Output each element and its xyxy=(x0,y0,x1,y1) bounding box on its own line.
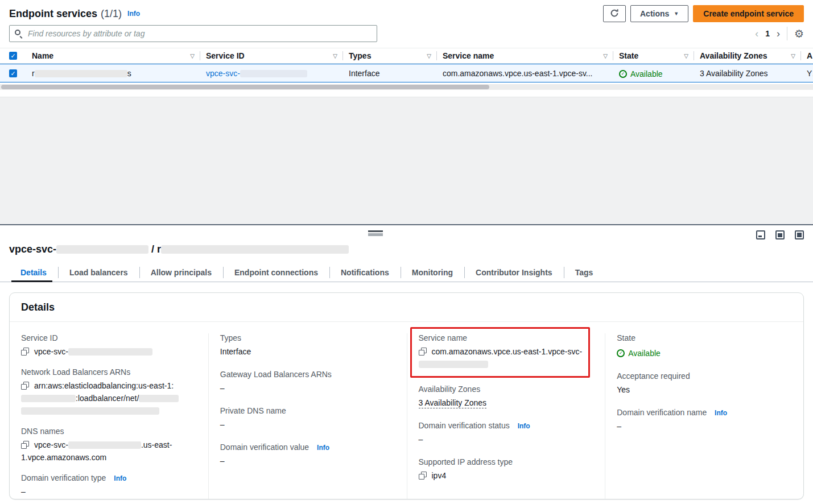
redacted-text xyxy=(56,245,148,254)
service-id-link[interactable]: vpce-svc- xyxy=(206,69,307,78)
cell-types: Interface xyxy=(343,69,437,78)
cell-service-id: vpce-svc- xyxy=(200,69,343,78)
table-header-row: ✓ Name ▽ Service ID ▽ Types ▽ Service na… xyxy=(0,48,813,64)
row-select-cell: ✓ xyxy=(0,69,26,77)
field-domain-verification-status: Domain verification status Info – xyxy=(419,421,594,445)
cell-availability-zones: 3 Availability Zones xyxy=(694,69,801,78)
table-row[interactable]: ✓ rs vpce-svc- Interface com.amazonaws.v… xyxy=(0,64,813,82)
create-endpoint-service-button[interactable]: Create endpoint service xyxy=(693,5,804,22)
cell-acceptance: Y xyxy=(801,69,813,78)
panel-size-half-icon[interactable] xyxy=(775,230,785,239)
column-header-service-id: Service ID ▽ xyxy=(200,48,343,63)
copy-icon[interactable] xyxy=(419,472,427,480)
actions-button[interactable]: Actions ▼ xyxy=(630,5,688,22)
column-header-name: Name ▽ xyxy=(26,48,200,63)
redacted-text xyxy=(139,395,179,402)
horizontal-scrollbar xyxy=(0,84,813,90)
tab-endpoint-connections[interactable]: Endpoint connections xyxy=(223,263,329,282)
tab-load-balancers[interactable]: Load balancers xyxy=(58,263,139,282)
gear-icon[interactable]: ⚙ xyxy=(794,28,804,39)
redacted-text xyxy=(240,70,307,77)
select-all-checkbox[interactable]: ✓ xyxy=(9,52,17,60)
filter-icon[interactable]: ▽ xyxy=(603,53,608,59)
copy-icon[interactable] xyxy=(419,348,427,356)
scrollbar-thumb[interactable] xyxy=(1,85,489,89)
page-info-link[interactable]: Info xyxy=(127,10,140,18)
details-column-1: Service ID vpce-svc- Network Load Balanc… xyxy=(10,333,208,499)
column-header-types: Types ▽ xyxy=(343,48,437,63)
availability-zones-popover[interactable]: 3 Availability Zones xyxy=(419,398,487,408)
tab-notifications[interactable]: Notifications xyxy=(329,263,401,282)
info-link[interactable]: Info xyxy=(715,409,727,417)
column-header-service-name: Service name ▽ xyxy=(437,48,613,63)
copy-icon[interactable] xyxy=(21,348,29,356)
column-header-availability-zones: Availability Zones ▽ xyxy=(694,48,801,63)
field-service-name: Service name com.amazonaws.vpce.us-east-… xyxy=(419,333,584,370)
field-dns-names: DNS names vpce-svc-.us-east- 1.vpce.amaz… xyxy=(21,427,197,464)
redacted-text xyxy=(21,407,159,415)
panel-size-small-icon[interactable] xyxy=(756,230,765,239)
chevron-left-icon[interactable]: ‹ xyxy=(755,28,758,39)
panel-title: vpce-svc- / r xyxy=(9,243,349,255)
field-private-dns-name: Private DNS name – xyxy=(220,406,395,431)
details-card: Details Service ID vpce-svc- Network Loa… xyxy=(9,292,804,499)
redacted-text xyxy=(419,361,488,368)
search-input[interactable] xyxy=(9,25,377,42)
redacted-text xyxy=(35,70,127,77)
details-card-body: Service ID vpce-svc- Network Load Balanc… xyxy=(10,322,803,498)
redacted-text xyxy=(68,441,141,449)
panel-size-controls xyxy=(756,230,804,239)
info-link[interactable]: Info xyxy=(114,474,126,482)
tab-details[interactable]: Details xyxy=(9,263,58,282)
filter-icon[interactable]: ▽ xyxy=(791,53,795,59)
info-link[interactable]: Info xyxy=(317,444,329,452)
panel-size-full-icon[interactable] xyxy=(795,230,804,239)
pagination: ‹ 1 › ⚙ xyxy=(755,27,804,40)
filter-icon[interactable]: ▽ xyxy=(684,53,688,59)
refresh-button[interactable] xyxy=(603,5,626,22)
column-header-state: State ▽ xyxy=(613,48,694,63)
caret-down-icon: ▼ xyxy=(674,11,679,16)
details-column-3: Service name com.amazonaws.vpce.us-east-… xyxy=(407,333,605,499)
redacted-text xyxy=(161,245,349,254)
cell-state: ✓Available xyxy=(613,68,694,79)
tab-monitoring[interactable]: Monitoring xyxy=(401,263,464,282)
search-row: ‹ 1 › ⚙ xyxy=(9,25,804,42)
details-column-2: Types Interface Gateway Load Balancers A… xyxy=(208,333,407,499)
field-state: State ✓Available xyxy=(617,333,792,360)
header-actions: Actions ▼ Create endpoint service xyxy=(603,5,804,22)
copy-icon[interactable] xyxy=(21,441,29,449)
filter-icon[interactable]: ▽ xyxy=(427,53,431,59)
endpoint-services-table: ✓ Name ▽ Service ID ▽ Types ▽ Service na… xyxy=(0,48,813,90)
redacted-text xyxy=(21,395,76,402)
tabs-bar: Details Load balancers Allow principals … xyxy=(0,263,813,282)
chevron-right-icon[interactable]: › xyxy=(777,28,780,39)
field-service-id: Service ID vpce-svc- xyxy=(21,333,197,358)
redacted-text xyxy=(68,348,152,356)
cell-service-name: com.amazonaws.vpce.us-east-1.vpce-sv... xyxy=(437,69,613,78)
copy-icon[interactable] xyxy=(21,382,29,390)
availability-zones-popover[interactable]: 3 Availability Zones xyxy=(700,69,768,78)
info-link[interactable]: Info xyxy=(518,422,530,430)
divider xyxy=(787,27,787,40)
tab-tags[interactable]: Tags xyxy=(564,263,605,282)
details-column-4: State ✓Available Acceptance required Yes… xyxy=(605,333,803,499)
field-types: Types Interface xyxy=(220,333,395,358)
field-domain-verification-name: Domain verification name Info – xyxy=(617,408,792,432)
field-supported-ip-type: Supported IP address type ipv4 xyxy=(419,457,594,482)
field-gwlb-arns: Gateway Load Balancers ARNs – xyxy=(220,370,395,394)
filter-icon[interactable]: ▽ xyxy=(333,53,337,59)
tab-allow-principals[interactable]: Allow principals xyxy=(139,263,223,282)
page-number[interactable]: 1 xyxy=(765,29,770,38)
row-checkbox[interactable]: ✓ xyxy=(9,69,17,77)
field-domain-verification-type: Domain verification type Info – xyxy=(21,473,197,498)
content-background xyxy=(0,97,813,224)
search-icon xyxy=(15,30,20,35)
filter-icon[interactable]: ▽ xyxy=(190,53,195,59)
actions-label: Actions xyxy=(640,9,669,18)
split-panel: vpce-svc- / r Details Load balancers All… xyxy=(0,224,813,504)
page-title: Endpoint services xyxy=(9,8,97,20)
panel-drag-handle[interactable] xyxy=(368,230,383,236)
tab-contributor-insights[interactable]: Contributor Insights xyxy=(464,263,564,282)
select-all-cell: ✓ xyxy=(0,48,26,63)
